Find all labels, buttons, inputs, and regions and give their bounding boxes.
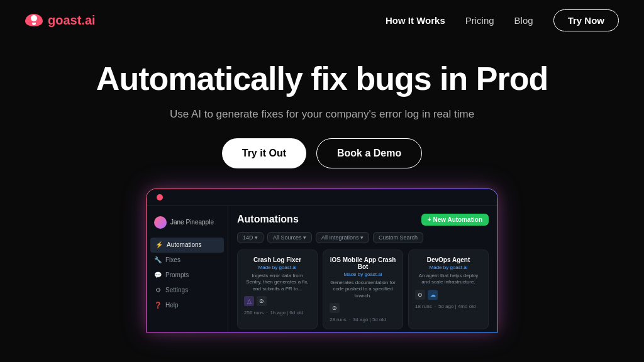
sidebar-fixes-label: Fixes — [165, 256, 180, 263]
sidebar-item-fixes[interactable]: 🔧 Fixes — [147, 253, 228, 268]
hero-subtitle: Use AI to generate fixes for your compan… — [13, 108, 631, 121]
fixes-icon: 🔧 — [154, 256, 162, 264]
github-icon: ⊙ — [257, 296, 267, 306]
filter-all-integrations[interactable]: All Integrations ▾ — [316, 232, 369, 243]
card-ago: 1h ago | 6d old — [270, 310, 303, 315]
avatar — [154, 216, 167, 229]
app-inner: Jane Pineapple ⚡ Automations 🔧 Fixes 💬 P… — [147, 189, 497, 332]
card-title: DevOps Agent — [415, 256, 482, 263]
cards-grid: Crash Log Fixer Made by goast.ai Ingests… — [237, 250, 489, 329]
card-ago: 5d ago | 4mo old — [438, 304, 475, 309]
card-desc: Ingests error data from Sentry, then gen… — [244, 273, 311, 292]
sentry-icon: △ — [244, 296, 254, 306]
nav-links: How It Works Pricing Blog Try Now — [386, 9, 619, 31]
github-icon: ⊙ — [330, 303, 340, 313]
gcp-icon: ☁ — [428, 290, 438, 300]
filter-all-sources[interactable]: All Sources ▾ — [267, 232, 312, 243]
card-ios-crash-bot: iOS Mobile App Crash Bot Made by goast.a… — [323, 250, 403, 329]
hero-title: Automatically fix bugs in Prod — [13, 60, 631, 98]
hero-section: Automatically fix bugs in Prod Use AI to… — [0, 40, 644, 332]
app-body: Jane Pineapple ⚡ Automations 🔧 Fixes 💬 P… — [147, 206, 497, 332]
sidebar-item-automations[interactable]: ⚡ Automations — [150, 238, 224, 253]
card-title: iOS Mobile App Crash Bot — [330, 256, 396, 270]
app-dot — [157, 194, 163, 200]
card-desc: An agent that helps deploy and scale inf… — [415, 273, 482, 286]
sidebar-username: Jane Pineapple — [170, 219, 214, 226]
app-main: Automations + New Automation 14D ▾ All S… — [228, 206, 497, 332]
sidebar-user: Jane Pineapple — [147, 212, 228, 233]
card-made-by: Made by goast.ai — [415, 265, 482, 270]
card-runs: 256 runs — [244, 310, 264, 315]
app-topbar — [147, 189, 497, 206]
card-made-by: Made by goast.ai — [244, 265, 311, 270]
try-it-out-button[interactable]: Try it Out — [222, 138, 306, 168]
app-sidebar: Jane Pineapple ⚡ Automations 🔧 Fixes 💬 P… — [147, 206, 228, 332]
card-meta: 18 runs · 5d ago | 4mo old — [415, 304, 482, 309]
card-meta: 256 runs · 1h ago | 6d old — [244, 310, 311, 315]
card-icons: ⊙ ☁ — [415, 290, 482, 300]
automations-icon: ⚡ — [155, 241, 163, 249]
sidebar-help-label: Help — [165, 302, 179, 309]
app-main-header: Automations + New Automation — [237, 214, 489, 226]
card-ago: 3d ago | 5d old — [353, 317, 386, 322]
new-automation-button[interactable]: + New Automation — [421, 214, 489, 226]
card-made-by: Made by goast.ai — [330, 272, 396, 277]
card-devops-agent: DevOps Agent Made by goast.ai An agent t… — [408, 250, 489, 329]
nav-try-button[interactable]: Try Now — [553, 9, 619, 31]
filter-custom-search[interactable]: Custom Search — [373, 232, 423, 243]
card-title: Crash Log Fixer — [244, 256, 311, 263]
hero-buttons: Try it Out Book a Demo — [13, 138, 631, 168]
app-filters: 14D ▾ All Sources ▾ All Integrations ▾ C… — [237, 232, 489, 243]
settings-icon: ⚙ — [154, 287, 162, 294]
github-icon: ⊙ — [415, 290, 425, 300]
app-screenshot: Jane Pineapple ⚡ Automations 🔧 Fixes 💬 P… — [146, 189, 498, 332]
automations-title: Automations — [237, 214, 299, 225]
prompts-icon: 💬 — [154, 272, 162, 279]
card-icons: ⊙ — [330, 303, 396, 313]
logo-text: goast.ai — [48, 13, 96, 28]
help-icon: ❓ — [154, 302, 162, 309]
sidebar-item-help[interactable]: ❓ Help — [147, 298, 228, 313]
card-runs: 18 runs — [415, 304, 432, 309]
card-icons: △ ⊙ — [244, 296, 311, 306]
sidebar-item-settings[interactable]: ⚙ Settings — [147, 283, 228, 298]
card-meta: 28 runs · 3d ago | 5d old — [330, 317, 396, 322]
nav-how-it-works[interactable]: How It Works — [386, 15, 445, 26]
navbar: goast.ai How It Works Pricing Blog Try N… — [0, 0, 644, 40]
filter-14d[interactable]: 14D ▾ — [237, 232, 264, 243]
sidebar-settings-label: Settings — [165, 287, 188, 293]
card-crash-log-fixer: Crash Log Fixer Made by goast.ai Ingests… — [237, 250, 318, 329]
nav-blog[interactable]: Blog — [514, 15, 533, 26]
book-demo-button[interactable]: Book a Demo — [316, 138, 422, 168]
logo[interactable]: goast.ai — [25, 13, 96, 28]
sidebar-automations-label: Automations — [167, 241, 202, 248]
card-desc: Generates documentation for code pushed … — [330, 280, 396, 299]
logo-icon — [25, 14, 43, 26]
card-runs: 28 runs — [330, 317, 347, 322]
nav-pricing[interactable]: Pricing — [465, 15, 494, 26]
sidebar-item-prompts[interactable]: 💬 Prompts — [147, 268, 228, 283]
sidebar-prompts-label: Prompts — [165, 272, 189, 278]
